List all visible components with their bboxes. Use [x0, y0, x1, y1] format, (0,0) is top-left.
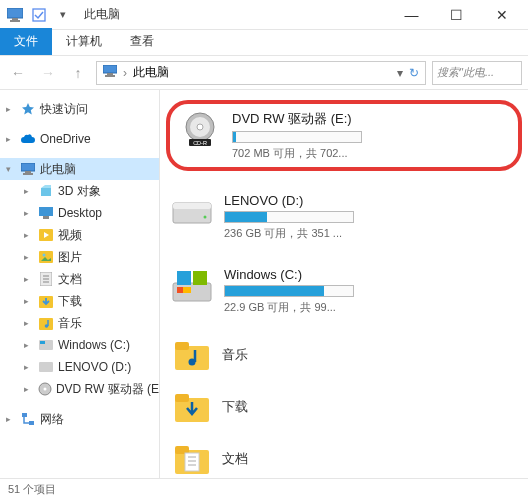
address-bar: ← → ↑ › 此电脑 ▾ ↻ 搜索"此电... [0, 56, 528, 90]
svg-rect-47 [175, 394, 189, 402]
item-icon [38, 271, 54, 287]
svg-rect-42 [177, 287, 183, 293]
svg-rect-2 [10, 20, 20, 22]
folder-icon [172, 337, 212, 373]
svg-rect-39 [177, 271, 191, 285]
address-dropdown-icon[interactable]: ▾ [397, 66, 403, 80]
sidebar-item-label: 下载 [58, 293, 82, 310]
svg-rect-44 [175, 342, 189, 350]
svg-rect-36 [173, 203, 211, 209]
svg-rect-25 [39, 362, 53, 372]
drive-usage-bar [224, 285, 354, 297]
sidebar-item-label: 图片 [58, 249, 82, 266]
chevron-right-icon: ▸ [6, 104, 16, 114]
item-icon [38, 249, 54, 265]
svg-rect-12 [43, 216, 49, 219]
star-icon [20, 101, 36, 117]
svg-point-22 [45, 324, 49, 328]
svg-rect-6 [105, 75, 115, 77]
folder-icon [172, 389, 212, 425]
sidebar-item[interactable]: ▸LENOVO (D:) [18, 356, 159, 378]
sidebar-item-label: 快速访问 [40, 101, 88, 118]
sidebar-item[interactable]: ▸音乐 [18, 312, 159, 334]
cloud-icon [20, 131, 36, 147]
chevron-right-icon: ▸ [24, 362, 34, 372]
chevron-right-icon: ▸ [24, 208, 34, 218]
pc-icon [103, 65, 117, 80]
address-input[interactable]: › 此电脑 ▾ ↻ [96, 61, 426, 85]
drive-item[interactable]: LENOVO (D:)236 GB 可用，共 351 ... [166, 189, 522, 245]
svg-rect-28 [22, 413, 27, 417]
qat-dropdown-icon[interactable]: ▾ [52, 4, 74, 26]
sidebar-item[interactable]: ▸DVD RW 驱动器 (E [18, 378, 159, 400]
sidebar-this-pc[interactable]: ▾ 此电脑 [0, 158, 159, 180]
sidebar-item-label: Windows (C:) [58, 338, 130, 352]
svg-rect-11 [39, 207, 53, 216]
forward-button[interactable]: → [36, 61, 60, 85]
sidebar-network[interactable]: ▸ 网络 [0, 408, 159, 430]
drive-subtitle: 236 GB 可用，共 351 ... [224, 226, 518, 241]
up-button[interactable]: ↑ [66, 61, 90, 85]
svg-rect-10 [41, 188, 51, 196]
sidebar-quick-access[interactable]: ▸ 快速访问 [0, 98, 159, 120]
close-button[interactable]: ✕ [479, 1, 524, 29]
svg-point-37 [204, 216, 207, 219]
network-icon [20, 411, 36, 427]
main-pane: CD-RDVD RW 驱动器 (E:)702 MB 可用，共 702...LEN… [160, 90, 528, 478]
chevron-right-icon: ▸ [24, 274, 34, 284]
sidebar-item[interactable]: ▸下载 [18, 290, 159, 312]
svg-point-15 [43, 254, 46, 257]
sidebar-item-label: Desktop [58, 206, 102, 220]
sidebar-item-label: 文档 [58, 271, 82, 288]
svg-rect-4 [103, 65, 117, 73]
refresh-icon[interactable]: ↻ [409, 66, 419, 80]
sidebar-item[interactable]: ▸文档 [18, 268, 159, 290]
item-count: 51 个项目 [8, 482, 56, 497]
sidebar-item[interactable]: ▸Desktop [18, 202, 159, 224]
sidebar-item[interactable]: ▸3D 对象 [18, 180, 159, 202]
chevron-right-icon: ▸ [24, 318, 34, 328]
item-icon [38, 183, 54, 199]
svg-rect-21 [39, 318, 53, 330]
breadcrumb-location[interactable]: 此电脑 [133, 64, 169, 81]
maximize-button[interactable]: ☐ [434, 1, 479, 29]
sidebar-onedrive[interactable]: ▸ OneDrive [0, 128, 159, 150]
chevron-down-icon: ▾ [6, 164, 16, 174]
svg-rect-29 [29, 421, 34, 425]
item-icon [37, 381, 52, 397]
sidebar-item-label: 视频 [58, 227, 82, 244]
minimize-button[interactable]: — [389, 1, 434, 29]
sidebar-item[interactable]: ▸图片 [18, 246, 159, 268]
drive-item[interactable]: CD-RDVD RW 驱动器 (E:)702 MB 可用，共 702... [166, 100, 522, 171]
chevron-right-icon: ▸ [24, 252, 34, 262]
drive-title: DVD RW 驱动器 (E:) [232, 110, 510, 128]
search-input[interactable]: 搜索"此电... [432, 61, 522, 85]
item-icon [38, 293, 54, 309]
folder-item[interactable]: 音乐 [166, 337, 522, 373]
item-icon [38, 337, 54, 353]
drive-title: LENOVO (D:) [224, 193, 518, 208]
qat-checkbox-icon[interactable] [28, 4, 50, 26]
back-button[interactable]: ← [6, 61, 30, 85]
drive-usage-bar [224, 211, 354, 223]
sidebar-item-label: OneDrive [40, 132, 91, 146]
sidebar-item-label: 此电脑 [40, 161, 76, 178]
sidebar-item[interactable]: ▸视频 [18, 224, 159, 246]
status-bar: 51 个项目 [0, 478, 528, 500]
tab-file[interactable]: 文件 [0, 28, 52, 55]
sidebar-item[interactable]: ▸Windows (C:) [18, 334, 159, 356]
folder-name: 音乐 [222, 346, 248, 364]
tab-view[interactable]: 查看 [116, 28, 168, 55]
chevron-right-icon: ▸ [24, 230, 34, 240]
folder-name: 下载 [222, 398, 248, 416]
svg-rect-50 [185, 453, 199, 471]
sidebar-item-label: 3D 对象 [58, 183, 101, 200]
svg-text:CD-R: CD-R [193, 140, 207, 146]
folder-item[interactable]: 下载 [166, 389, 522, 425]
ribbon-tabs: 文件 计算机 查看 [0, 30, 528, 56]
folder-item[interactable]: 文档 [166, 441, 522, 477]
svg-rect-5 [107, 73, 113, 75]
tab-computer[interactable]: 计算机 [52, 28, 116, 55]
drive-item[interactable]: Windows (C:)22.9 GB 可用，共 99... [166, 263, 522, 319]
title-bar: ▾ 此电脑 — ☐ ✕ [0, 0, 528, 30]
